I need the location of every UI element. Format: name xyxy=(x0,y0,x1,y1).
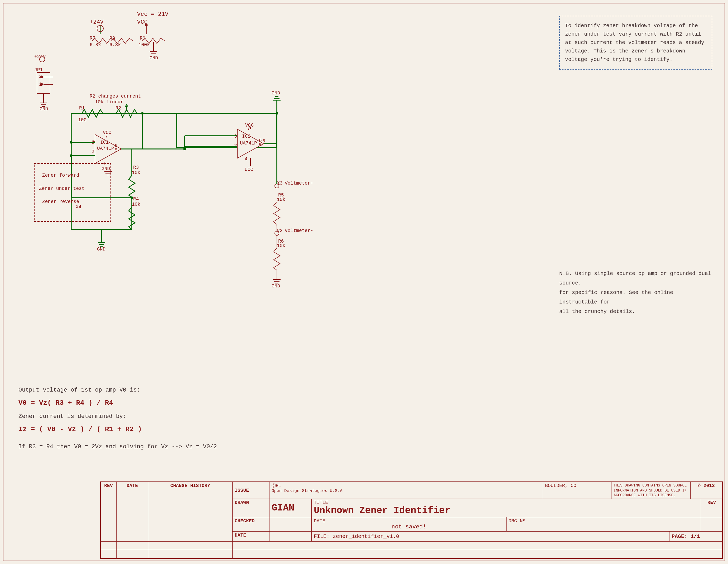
svg-text:IC1: IC1 xyxy=(100,140,109,145)
info-box-text: To identify zener breakdown voltage of t… xyxy=(565,22,706,64)
svg-text:+24V: +24V xyxy=(34,54,46,59)
title-label: TITLE xyxy=(314,500,699,505)
svg-text:7: 7 xyxy=(247,126,250,131)
svg-text:R7: R7 xyxy=(90,36,95,41)
svg-text:GND: GND xyxy=(150,55,158,61)
gian-cell: GIAN xyxy=(269,499,312,517)
svg-point-26 xyxy=(40,83,43,86)
title-row-2: DRAWN GIAN TITLE Unknown Zener Identifie… xyxy=(233,499,722,517)
svg-text:-: - xyxy=(92,148,95,153)
data-row-1 xyxy=(101,541,722,550)
svg-text:If R3 = R4  then  V0 = 2Vz and: If R3 = R4 then V0 = 2Vz and solving for… xyxy=(18,444,217,450)
svg-text:X3: X3 xyxy=(277,181,283,186)
svg-text:JP1: JP1 xyxy=(34,67,43,73)
boulder-text: BOULDER, CO xyxy=(545,483,576,488)
svg-text:Zener forward: Zener forward xyxy=(42,173,79,178)
svg-text:100: 100 xyxy=(78,117,86,123)
boulder-cell: BOULDER, CO xyxy=(543,482,611,499)
data-date-2 xyxy=(117,550,148,558)
svg-text:Zener reverse: Zener reverse xyxy=(42,199,79,204)
svg-text:R4: R4 xyxy=(133,196,139,202)
checked-value-cell xyxy=(269,517,312,531)
svg-text:GND: GND xyxy=(272,283,280,289)
svg-text:Output voltage of 1st op amp V: Output voltage of 1st op amp V0 is: xyxy=(18,387,140,393)
svg-text:R2 changes current: R2 changes current xyxy=(90,94,141,99)
drg-label: DRG Nº xyxy=(509,518,699,524)
file-cell: FILE: zener_identifier_v1.0 xyxy=(312,532,669,541)
svg-text:+: + xyxy=(92,139,95,144)
vcc-label: Vcc = 21V xyxy=(137,11,169,18)
title-row-4: DATE FILE: zener_identifier_v1.0 PAGE: 1… xyxy=(233,532,722,541)
svg-text:Zener current is determined by: Zener current is determined by: xyxy=(18,413,126,420)
nb-text-2: for specific reasons. See the online ins… xyxy=(559,288,712,307)
date-section: DATE not saved! xyxy=(312,517,507,531)
nb-box: N.B. Using single source op amp or groun… xyxy=(559,269,712,316)
svg-point-10 xyxy=(145,24,148,26)
title-block-header-row: REV DATE CHANGE HISTORY ISSUE ⓒHL Open D… xyxy=(101,482,722,541)
data-row-2 xyxy=(101,550,722,558)
svg-text:R3: R3 xyxy=(133,165,139,170)
svg-point-25 xyxy=(40,76,43,78)
svg-text:5: 5 xyxy=(259,142,262,148)
svg-point-109 xyxy=(276,112,278,115)
svg-text:+24V: +24V xyxy=(90,19,104,26)
svg-text:Voltmeter+: Voltmeter+ xyxy=(285,181,313,186)
issue-cell: ISSUE xyxy=(233,482,269,499)
svg-text:Iz = ( V0 - Vz ) / ( R1 + R2 ): Iz = ( V0 - Vz ) / ( R1 + R2 ) xyxy=(18,425,142,433)
svg-text:R9: R9 xyxy=(140,36,146,41)
svg-text:5: 5 xyxy=(115,148,118,153)
svg-text:Zener under test: Zener under test xyxy=(39,186,85,191)
rev-right: REV xyxy=(701,499,722,517)
data-rev-2 xyxy=(101,550,117,558)
title-block: REV DATE CHANGE HISTORY ISSUE ⓒHL Open D… xyxy=(100,481,723,559)
title-row-3: CHECKED DATE not saved! DRG Nº xyxy=(233,517,722,532)
change-history-header: CHANGE HISTORY xyxy=(148,482,233,541)
date-col-header: DATE xyxy=(117,482,148,541)
svg-text:GND: GND xyxy=(40,106,48,112)
nb-text-3: all the crunchy details. xyxy=(559,307,712,316)
open-source-info: THIS DRAWING CONTAINS OPEN SOURCE INFORM… xyxy=(611,482,691,499)
data-history-1 xyxy=(148,542,233,550)
date-row-value xyxy=(269,532,312,541)
svg-text:10k: 10k xyxy=(132,202,140,207)
svg-point-66 xyxy=(70,141,73,144)
drg-cell: DRG Nº xyxy=(507,517,701,531)
info-box: To identify zener breakdown voltage of t… xyxy=(559,16,712,70)
svg-text:7: 7 xyxy=(105,134,108,139)
svg-text:GND: GND xyxy=(97,247,105,252)
rev-right-2 xyxy=(701,517,722,531)
data-date-1 xyxy=(117,542,148,550)
title-row-1: ISSUE ⓒHL Open Design Strategies U.S.A B… xyxy=(233,482,722,499)
data-right-2 xyxy=(233,550,722,558)
svg-text:10k: 10k xyxy=(132,170,140,175)
svg-text:R8: R8 xyxy=(109,36,115,41)
date-not-saved: not saved! xyxy=(314,524,504,530)
svg-text:+: + xyxy=(99,26,102,31)
title-cell: TITLE Unknown Zener Identifier xyxy=(312,499,701,517)
title-main: Unknown Zener Identifier xyxy=(314,505,699,516)
svg-text:10k linear: 10k linear xyxy=(95,99,123,105)
date-value-label: DATE xyxy=(314,518,504,524)
page-cell: PAGE: 1/1 xyxy=(669,532,722,541)
svg-text:10k: 10k xyxy=(277,197,285,202)
rev-header: REV xyxy=(101,482,117,541)
date-row-label: DATE xyxy=(233,532,269,541)
logo-text: ⓒHL Open Design Strategies U.S.A xyxy=(272,484,343,493)
svg-rect-128 xyxy=(34,163,111,221)
svg-text:10k: 10k xyxy=(277,243,285,248)
svg-text:100k: 100k xyxy=(138,42,150,47)
svg-text:IC2: IC2 xyxy=(242,134,250,139)
drawn-cell: DRAWN xyxy=(233,499,269,517)
checked-cell: CHECKED xyxy=(233,517,269,531)
svg-point-80 xyxy=(70,154,73,157)
nb-text-1: N.B. Using single source op amp or groun… xyxy=(559,269,712,288)
svg-text:UA741P: UA741P xyxy=(97,146,114,151)
svg-text:6: 6 xyxy=(262,138,265,144)
svg-text:GND: GND xyxy=(272,90,280,96)
svg-text:V2: V2 xyxy=(277,228,283,233)
copyright-cell: © 2012 xyxy=(691,482,722,499)
svg-point-65 xyxy=(141,112,144,115)
data-rev-1 xyxy=(101,542,117,550)
svg-text:V0 = Vz( R3 + R4 ) / R4: V0 = Vz( R3 + R4 ) / R4 xyxy=(18,399,113,407)
svg-text:UA741P: UA741P xyxy=(240,141,257,146)
